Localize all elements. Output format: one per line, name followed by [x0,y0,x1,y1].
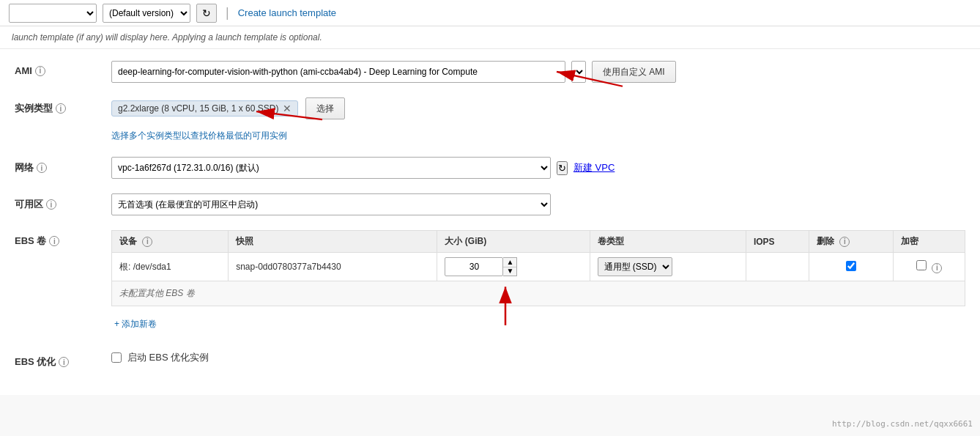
separator: | [226,5,229,21]
network-refresh-button[interactable]: ↻ [557,161,568,175]
ebs-opt-row: EBS 优化 i 启动 EBS 优化实例 [15,351,965,369]
new-vpc-link[interactable]: 新建 VPC [573,161,615,174]
ebs-unconfig-row: 未配置其他 EBS 卷 [112,281,965,306]
main-content: AMI i 使用自定义 AMI 实例类型 i [0,49,980,395]
ebs-header-volume-type: 卷类型 [590,231,746,253]
network-select[interactable]: vpc-1a6f267d (172.31.0.0/16) (默认) [111,157,551,179]
ebs-opt-checkbox[interactable] [111,352,122,363]
ami-input[interactable] [111,61,565,83]
instance-type-label: 实例类型 i [15,97,103,115]
ebs-header-encrypt: 加密 [894,231,965,253]
network-row: 网络 i vpc-1a6f267d (172.31.0.0/16) (默认) ↻… [15,157,965,179]
ami-row: AMI i 使用自定义 AMI [15,61,965,83]
ebs-device-info-icon[interactable]: i [142,237,152,247]
ebs-volume-type-select[interactable]: 通用型 (SSD) [598,257,672,276]
instance-type-select-button[interactable]: 选择 [305,97,345,119]
instance-type-row: 实例类型 i g2.2xlarge (8 vCPU, 15 GiB, 1 x 6… [15,97,965,142]
template-select[interactable] [9,4,97,23]
ami-info-icon[interactable]: i [35,66,45,76]
ebs-encrypt-checkbox[interactable] [916,260,927,270]
ebs-cell-volume-type: 通用型 (SSD) [590,253,746,281]
ami-label: AMI i [15,61,103,76]
instance-type-hint: 选择多个实例类型以查找价格最低的可用实例 [111,130,287,142]
refresh-button[interactable]: ↻ [196,4,217,23]
create-launch-template-link[interactable]: Create launch template [238,7,336,18]
ebs-size-down[interactable]: ▼ [503,267,516,276]
ebs-encrypt-info-icon[interactable]: i [932,263,942,273]
az-row: 可用区 i 无首选项 (在最便宜的可用区中启动) [15,193,965,215]
ebs-header-iops: IOPS [746,231,809,253]
instance-type-input-col: g2.2xlarge (8 vCPU, 15 GiB, 1 x 60 SSD) … [111,97,965,142]
ebs-header-device: 设备 i [112,231,229,253]
instance-type-info-icon[interactable]: i [56,103,66,114]
ebs-row: EBS 卷 i 设备 i 快照 大小 (GiB) 卷类型 [15,230,965,336]
ebs-header-delete: 删除 i [809,231,894,253]
ebs-label: EBS 卷 i [15,230,103,248]
refresh-icon: ↻ [202,7,211,19]
ebs-cell-size: ▲ ▼ [437,253,590,281]
az-select[interactable]: 无首选项 (在最便宜的可用区中启动) [111,193,551,215]
top-bar: (Default version) ↻ | Create launch temp… [0,0,980,26]
ebs-opt-checkbox-label: 启动 EBS 优化实例 [127,351,209,364]
ami-input-col: 使用自定义 AMI [111,61,965,83]
az-label: 可用区 i [15,193,103,211]
ebs-header-snapshot: 快照 [229,231,437,253]
network-label: 网络 i [15,157,103,174]
ebs-cell-encrypt: i [894,253,965,281]
network-info-icon[interactable]: i [37,163,47,173]
ebs-cell-device: 根: /dev/sda1 [112,253,229,281]
ebs-cell-delete [809,253,894,281]
az-info-icon[interactable]: i [46,199,56,210]
network-refresh-icon: ↻ [558,163,566,174]
ebs-unconfig-cell: 未配置其他 EBS 卷 [112,281,965,306]
ebs-cell-snapshot: snap-0dd0780377a7b4430 [229,253,437,281]
instance-type-remove-button[interactable]: ✕ [283,103,292,114]
ebs-size-input[interactable] [445,257,503,276]
az-input-col: 无首选项 (在最便宜的可用区中启动) [111,193,965,215]
version-select[interactable]: (Default version) [103,4,190,23]
ebs-size-up[interactable]: ▲ [503,258,516,267]
ebs-opt-info-icon[interactable]: i [59,357,69,367]
instance-type-tag-label: g2.2xlarge (8 vCPU, 15 GiB, 1 x 60 SSD) [118,103,278,114]
ebs-table: 设备 i 快照 大小 (GiB) 卷类型 IOPS 删除 i 加密 [111,230,965,306]
notice-text: launch template (if any) will display he… [12,32,322,43]
ebs-row-0: 根: /dev/sda1 snap-0dd0780377a7b4430 ▲ [112,253,965,281]
ebs-delete-info-icon[interactable]: i [839,237,850,247]
network-input-col: vpc-1a6f267d (172.31.0.0/16) (默认) ↻ 新建 V… [111,157,965,179]
ebs-info-icon[interactable]: i [49,236,59,246]
ami-custom-button[interactable]: 使用自定义 AMI [592,61,676,83]
instance-type-tag: g2.2xlarge (8 vCPU, 15 GiB, 1 x 60 SSD) … [111,100,298,117]
ebs-content: 设备 i 快照 大小 (GiB) 卷类型 IOPS 删除 i 加密 [111,230,965,336]
ebs-header-size: 大小 (GiB) [437,231,590,253]
add-volume-link[interactable]: + 添加新卷 [114,318,157,330]
notice-bar: launch template (if any) will display he… [0,26,980,49]
ebs-cell-iops [746,253,809,281]
ebs-opt-label: EBS 优化 i [15,351,103,369]
ebs-opt-input-col: 启动 EBS 优化实例 [111,351,965,364]
ebs-delete-checkbox[interactable] [846,261,856,271]
